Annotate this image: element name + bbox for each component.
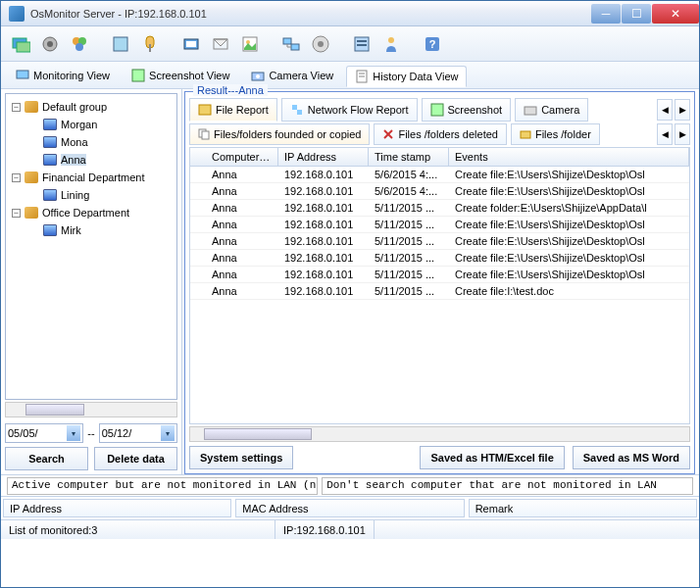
- cell-computer: Anna: [190, 167, 278, 182]
- expand-toggle[interactable]: −: [12, 173, 21, 182]
- cell-event: Create file:E:\Users\Shijize\Desktop\Osl: [449, 267, 689, 282]
- toolbar-btn-7[interactable]: [209, 32, 232, 56]
- tab-camera-report[interactable]: Camera: [515, 98, 588, 122]
- tree-computer[interactable]: Mona: [8, 133, 175, 151]
- cell-event: Create file:E:\Users\Shijize\Desktop\Osl: [449, 233, 689, 249]
- table-row[interactable]: Anna192.168.0.1015/11/2015 ...Create fol…: [190, 200, 689, 217]
- table-row[interactable]: Anna192.168.0.1015/11/2015 ...Create fil…: [190, 283, 689, 300]
- col-mac-address[interactable]: MAC Address: [235, 499, 464, 517]
- cell-computer: Anna: [190, 200, 278, 216]
- svg-rect-11: [186, 41, 196, 47]
- svg-rect-32: [199, 105, 211, 115]
- toolbar-btn-6[interactable]: [179, 32, 203, 56]
- toolbar-btn-9[interactable]: [279, 32, 303, 56]
- svg-rect-7: [114, 37, 127, 51]
- screenshot-icon: [430, 103, 444, 117]
- col-remark[interactable]: Remark: [469, 499, 697, 517]
- cell-ip: 192.168.0.101: [278, 233, 369, 249]
- tree-group[interactable]: −Office Department: [8, 204, 175, 221]
- expand-toggle[interactable]: −: [12, 103, 21, 112]
- tree-computer[interactable]: Lining: [8, 186, 175, 204]
- toolbar-btn-4[interactable]: [109, 32, 132, 56]
- table-scrollbar[interactable]: [189, 426, 690, 442]
- tab-screenshot-report[interactable]: Screenshot: [422, 98, 512, 122]
- tree-scrollbar[interactable]: [5, 402, 177, 417]
- toolbar-btn-8[interactable]: [238, 32, 262, 56]
- subtab-files-founded[interactable]: Files/folders founded or copied: [189, 123, 370, 145]
- computer-tree[interactable]: −Default groupMorganMonaAnna−Financial D…: [5, 93, 177, 400]
- col-ip-address[interactable]: IP Address: [3, 499, 231, 517]
- table-row[interactable]: Anna192.168.0.1015/11/2015 ...Create fil…: [190, 233, 689, 250]
- toolbar-btn-12[interactable]: [379, 32, 403, 56]
- delete-data-button[interactable]: Delete data: [94, 447, 177, 470]
- tree-group[interactable]: −Financial Department: [8, 169, 175, 186]
- tab-file-report[interactable]: File Report: [189, 98, 277, 122]
- camera-icon: [251, 69, 265, 82]
- left-panel: −Default groupMorganMonaAnna−Financial D…: [1, 89, 182, 474]
- tree-computer[interactable]: Morgan: [8, 116, 175, 133]
- table-row[interactable]: Anna192.168.0.1015/11/2015 ...Create fil…: [190, 267, 689, 283]
- table-row[interactable]: Anna192.168.0.1015/6/2015 4:...Create fi…: [190, 183, 689, 200]
- dropdown-icon[interactable]: ▾: [67, 425, 80, 441]
- computer-icon: [43, 154, 57, 166]
- subtab-scroll-left[interactable]: ◀: [657, 123, 673, 145]
- save-htm-button[interactable]: Saved as HTM/Excel file: [420, 446, 564, 469]
- cell-event: Create folder:E:\Users\Shijize\AppData\l: [449, 200, 689, 216]
- file-report-icon: [198, 103, 212, 117]
- cell-timestamp: 5/11/2015 ...: [369, 200, 449, 216]
- tab-monitoring[interactable]: Monitoring View: [7, 65, 119, 86]
- toolbar-btn-3[interactable]: [68, 32, 91, 56]
- toolbar-btn-10[interactable]: [309, 32, 332, 56]
- minimize-button[interactable]: ─: [591, 4, 621, 24]
- view-tabs: Monitoring View Screenshot View Camera V…: [1, 62, 699, 89]
- tab-network-flow[interactable]: Network Flow Report: [281, 98, 418, 122]
- tab-history[interactable]: History Data View: [346, 66, 467, 87]
- tree-group-label: Default group: [42, 101, 107, 113]
- col-timestamp[interactable]: Time stamp: [369, 148, 449, 166]
- subtab-scroll-right[interactable]: ▶: [675, 123, 690, 145]
- svg-rect-15: [283, 38, 291, 44]
- date-from[interactable]: 05/05/▾: [5, 423, 83, 443]
- dropdown-icon[interactable]: ▾: [161, 425, 175, 441]
- result-table: Computer re... IP Address Time stamp Eve…: [189, 147, 690, 424]
- tab-scroll-left[interactable]: ◀: [657, 99, 673, 121]
- col-computer[interactable]: Computer re...: [190, 148, 278, 166]
- svg-rect-16: [291, 44, 299, 50]
- date-to[interactable]: 05/12/▾: [99, 423, 177, 443]
- col-ip[interactable]: IP Address: [278, 148, 369, 166]
- save-word-button[interactable]: Saved as MS Word: [573, 446, 690, 469]
- cell-computer: Anna: [190, 183, 278, 199]
- cell-ip: 192.168.0.101: [278, 200, 369, 216]
- system-settings-button[interactable]: System settings: [189, 446, 293, 469]
- toolbar-btn-5[interactable]: [138, 32, 162, 56]
- toolbar-btn-help[interactable]: ?: [421, 32, 444, 56]
- table-row[interactable]: Anna192.168.0.1015/11/2015 ...Create fil…: [190, 250, 689, 267]
- cell-timestamp: 5/11/2015 ...: [369, 250, 449, 266]
- cell-event: Create file:E:\Users\Shijize\Desktop\Osl: [449, 217, 689, 232]
- tree-computer-label: Anna: [61, 154, 86, 166]
- expand-toggle[interactable]: −: [12, 209, 21, 218]
- search-button[interactable]: Search: [5, 447, 88, 470]
- subtab-files-more[interactable]: Files /folder: [511, 123, 600, 145]
- toolbar-btn-1[interactable]: [9, 32, 32, 56]
- tab-scroll-right[interactable]: ▶: [675, 99, 690, 121]
- tab-screenshot[interactable]: Screenshot View: [123, 65, 238, 86]
- right-panel: Result---Anna File Report Network Flow R…: [182, 89, 699, 474]
- delete-icon: [382, 128, 394, 140]
- copy-icon: [198, 128, 210, 140]
- table-row[interactable]: Anna192.168.0.1015/6/2015 4:...Create fi…: [190, 167, 689, 183]
- tree-computer[interactable]: Mirk: [8, 221, 175, 239]
- close-button[interactable]: ✕: [652, 4, 699, 24]
- toolbar-btn-11[interactable]: [350, 32, 374, 56]
- maximize-button[interactable]: ☐: [622, 4, 651, 24]
- col-events[interactable]: Events: [449, 148, 689, 166]
- table-row[interactable]: Anna192.168.0.1015/11/2015 ...Create fil…: [190, 217, 689, 233]
- tree-computer[interactable]: Anna: [8, 151, 175, 169]
- cell-timestamp: 5/6/2015 4:...: [369, 183, 449, 199]
- table-header[interactable]: Computer re... IP Address Time stamp Eve…: [190, 148, 689, 167]
- tree-group[interactable]: −Default group: [8, 98, 175, 116]
- toolbar-btn-2[interactable]: [38, 32, 62, 56]
- subtab-files-deleted[interactable]: Files /folders deleted: [374, 123, 507, 145]
- tree-computer-label: Mona: [61, 136, 88, 148]
- tab-camera[interactable]: Camera View: [242, 65, 342, 86]
